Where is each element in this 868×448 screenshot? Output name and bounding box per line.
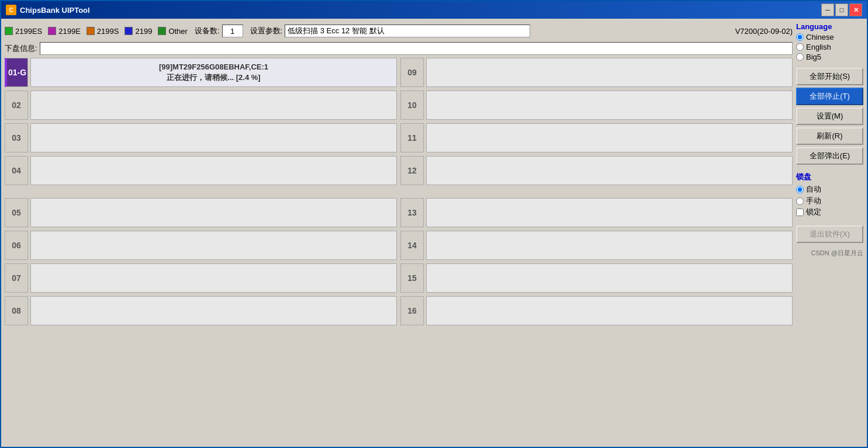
slot-06[interactable]: 06: [5, 230, 397, 261]
refresh-button[interactable]: 刷新(R): [796, 127, 863, 145]
slots-container: 01-G[99]MT29F256G08EBHAF,CE:1正在进行，请稍候...…: [5, 57, 793, 443]
info-input[interactable]: [40, 42, 793, 55]
maximize-button[interactable]: □: [835, 4, 848, 16]
chip-color-box: [158, 27, 166, 35]
slot-08[interactable]: 08: [5, 296, 397, 326]
language-option-english[interactable]: English: [796, 42, 863, 52]
params-label: 设置参数:: [250, 26, 283, 36]
slot-content: [30, 263, 397, 293]
device-count-input[interactable]: [222, 25, 243, 37]
slot-13[interactable]: 13: [400, 197, 793, 228]
minimize-button[interactable]: ─: [821, 4, 834, 16]
slot-12[interactable]: 12: [400, 155, 793, 186]
slot-number: 04: [5, 156, 28, 185]
close-button[interactable]: ✕: [849, 4, 862, 16]
slot-number: 06: [5, 231, 28, 260]
slot-content: [30, 123, 397, 152]
language-label: Chinese: [806, 33, 834, 41]
chip-indicator-other: Other: [158, 27, 188, 36]
lock-label: 自动: [806, 184, 821, 195]
slot-07[interactable]: 07: [5, 263, 397, 293]
lock-radio-手动[interactable]: [796, 197, 804, 205]
slot-content: [30, 231, 397, 260]
slot-number: 12: [400, 156, 424, 185]
slot-number: 03: [5, 123, 28, 152]
lock-checkbox-label: 锁定: [806, 207, 821, 217]
language-radio-big5[interactable]: [796, 53, 804, 61]
lock-checkbox[interactable]: [796, 209, 804, 216]
chip-color-box: [125, 27, 133, 35]
settings-button[interactable]: 设置(M): [796, 107, 863, 125]
slot-content: [30, 198, 397, 227]
chip-label: 2199E: [58, 27, 81, 36]
slot-content: [426, 156, 793, 185]
slot-09[interactable]: 09: [400, 57, 793, 88]
slot-content: [99]MT29F256G08EBHAF,CE:1正在进行，请稍候... [2.…: [30, 58, 397, 87]
chip-label: 2199S: [97, 27, 119, 36]
slot-content: [30, 296, 397, 325]
slot-01-G[interactable]: 01-G[99]MT29F256G08EBHAF,CE:1正在进行，请稍候...…: [5, 57, 397, 88]
title-bar: C ChipsBank UIPTool ─ □ ✕: [1, 1, 867, 19]
slot-number: 13: [400, 198, 424, 227]
eject-all-button[interactable]: 全部弹出(E): [796, 147, 863, 165]
chip-indicator-2199e: 2199E: [48, 27, 81, 36]
slot-05[interactable]: 05: [5, 197, 397, 228]
language-radio-chinese[interactable]: [796, 33, 804, 41]
chip-label: 2199: [135, 27, 152, 36]
slot-03[interactable]: 03: [5, 123, 397, 153]
toolbar: 2199ES2199E2199S2199Other 设备数: 设置参数: V72…: [5, 22, 793, 40]
slot-number: 10: [400, 91, 424, 120]
main-window: C ChipsBank UIPTool ─ □ ✕ 2199ES2199E219…: [0, 0, 868, 448]
left-slots: 01-G[99]MT29F256G08EBHAF,CE:1正在进行，请稍候...…: [5, 57, 397, 443]
slot-14[interactable]: 14: [400, 230, 793, 261]
slot-number: 11: [400, 123, 424, 152]
slot-04[interactable]: 04: [5, 155, 397, 186]
slot-number: 05: [5, 198, 28, 227]
window-controls: ─ □ ✕: [821, 4, 862, 16]
app-icon: C: [6, 5, 16, 15]
lock-section: 锁盘 自动手动 锁定: [796, 172, 863, 217]
slot-15[interactable]: 15: [400, 263, 793, 293]
slot-number: 07: [5, 263, 28, 293]
sidebar: Language ChineseEnglishBig5 全部开始(S)全部停止(…: [796, 22, 863, 443]
slot-11[interactable]: 11: [400, 123, 793, 153]
lock-option-手动[interactable]: 手动: [796, 195, 863, 207]
language-options: ChineseEnglishBig5: [796, 32, 863, 62]
language-section: Language ChineseEnglishBig5: [796, 22, 863, 62]
language-label: Big5: [806, 53, 821, 61]
lock-title: 锁盘: [796, 172, 863, 182]
chip-indicator-2199: 2199: [125, 27, 152, 36]
slot-content: [426, 231, 793, 260]
sidebar-buttons: 全部开始(S)全部停止(T)设置(M)刷新(R)全部弹出(E): [796, 68, 863, 165]
stop-all-button[interactable]: 全部停止(T): [796, 88, 863, 105]
language-label: English: [806, 43, 831, 51]
language-option-chinese[interactable]: Chinese: [796, 32, 863, 42]
lock-radio-自动[interactable]: [796, 186, 804, 193]
lock-label: 手动: [806, 196, 821, 206]
start-all-button[interactable]: 全部开始(S): [796, 68, 863, 85]
lock-option-自动[interactable]: 自动: [796, 183, 863, 195]
slot-content: [426, 91, 793, 120]
slot-02[interactable]: 02: [5, 90, 397, 120]
chip-color-box: [5, 27, 13, 35]
footer-credit: CSDN @日星月云: [796, 249, 863, 258]
lock-options: 自动手动: [796, 183, 863, 207]
chip-color-box: [48, 27, 56, 35]
slot-content: [30, 156, 397, 185]
info-label: 下盘信息:: [5, 43, 37, 54]
slot-16[interactable]: 16: [400, 296, 793, 326]
chip-indicator-2199s: 2199S: [87, 27, 119, 36]
device-count-label: 设备数:: [195, 26, 220, 36]
slot-number: 15: [400, 263, 424, 293]
slot-number: 16: [400, 296, 424, 325]
slot-content: [426, 198, 793, 227]
lock-checkbox-item: 锁定: [796, 207, 863, 217]
params-input[interactable]: [285, 25, 530, 37]
exit-button[interactable]: 退出软件(X): [796, 225, 863, 243]
language-option-big5[interactable]: Big5: [796, 52, 863, 62]
params-area: 设置参数:: [250, 25, 531, 37]
chip-label: 2199ES: [15, 27, 42, 36]
slot-10[interactable]: 10: [400, 90, 793, 120]
language-radio-english[interactable]: [796, 43, 804, 51]
chip-color-box: [87, 27, 95, 35]
